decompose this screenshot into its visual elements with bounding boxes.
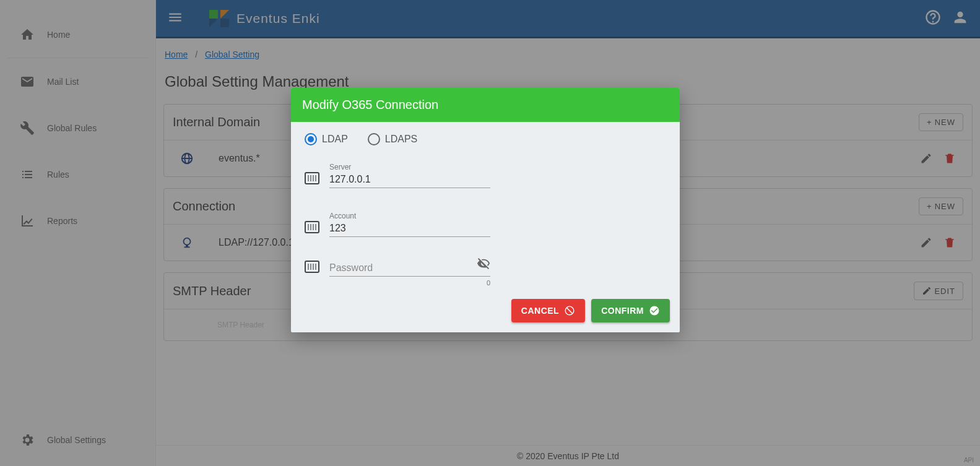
keyboard-icon — [305, 261, 319, 273]
password-count: 0 — [487, 279, 490, 287]
account-input[interactable] — [329, 222, 490, 237]
protocol-radio-group: LDAP LDAPS — [305, 133, 666, 145]
keyboard-icon — [305, 221, 319, 233]
cancel-icon — [564, 305, 575, 316]
radio-ldap[interactable]: LDAP — [305, 133, 348, 145]
check-circle-icon — [649, 305, 660, 316]
server-input[interactable] — [329, 173, 490, 188]
confirm-button[interactable]: CONFIRM — [591, 299, 670, 322]
radio-ldaps[interactable]: LDAPS — [368, 133, 417, 145]
cancel-button[interactable]: CANCEL — [511, 299, 585, 322]
toggle-password-visibility[interactable] — [477, 257, 490, 273]
keyboard-icon — [305, 172, 319, 184]
password-input[interactable] — [329, 261, 490, 277]
account-label: Account — [329, 212, 490, 220]
server-label: Server — [329, 163, 490, 171]
dialog-title: Modify O365 Connection — [291, 88, 680, 122]
modify-connection-dialog: Modify O365 Connection LDAP LDAPS Server — [291, 88, 680, 332]
visibility-off-icon — [477, 257, 490, 270]
